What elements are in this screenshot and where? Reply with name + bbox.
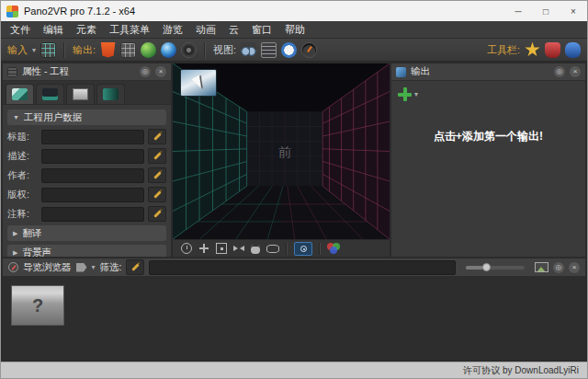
comment-input[interactable] (41, 207, 144, 222)
patch-output-icon[interactable] (120, 42, 136, 58)
output-body: ▾ 点击+添加第一个输出! (391, 81, 585, 257)
web-output-icon[interactable] (100, 42, 116, 58)
filter-edit-button[interactable] (126, 259, 144, 275)
find-view-icon[interactable] (241, 42, 256, 58)
menu-item-file[interactable]: 文件 (4, 21, 37, 39)
titlebar[interactable]: Pano2VR pro 7.1.2 - x64 ─ □ × (1, 1, 587, 21)
compass-icon (8, 262, 18, 272)
comment-edit-button[interactable] (148, 206, 166, 222)
output-panel-header: 输出 ◎ × (391, 63, 585, 81)
copyright-edit-button[interactable] (148, 187, 166, 202)
thumbnail-placeholder: ? (32, 295, 43, 316)
patch-icon[interactable] (216, 243, 227, 254)
description-input[interactable] (41, 149, 144, 164)
add-point-icon[interactable] (198, 243, 209, 254)
crosshair-mode-button[interactable] (294, 242, 312, 256)
menu-item-elements[interactable]: 元素 (70, 21, 103, 39)
google-earth-output-icon[interactable] (161, 42, 176, 58)
app-window: Pano2VR pro 7.1.2 - x64 ─ □ × 文件 编辑 元素 工… (0, 0, 588, 379)
title-input[interactable] (41, 130, 144, 144)
author-label: 作者: (7, 169, 38, 182)
menubar: 文件 编辑 元素 工具菜单 游览 动画 云 窗口 帮助 (1, 21, 587, 39)
panel-close-icon[interactable]: × (155, 66, 166, 77)
viewer-toolbar (173, 239, 390, 257)
speed-icon[interactable] (181, 243, 192, 254)
crosshair-icon (300, 246, 307, 252)
field-row-description: 描述: (7, 148, 166, 164)
panorama-mode-icon[interactable] (266, 245, 279, 253)
chevron-right-icon: ▶ (13, 249, 17, 257)
tab-wide[interactable] (96, 84, 125, 104)
notes-view-icon[interactable] (261, 42, 277, 58)
description-label: 描述: (7, 150, 38, 163)
menu-item-help[interactable]: 帮助 (278, 21, 311, 39)
components-tool-icon[interactable] (525, 42, 540, 58)
pencil-icon (153, 152, 161, 159)
panel-pin-icon[interactable]: ◎ (140, 66, 151, 77)
time-view-icon[interactable] (281, 42, 297, 58)
blue-panorama-tool-icon[interactable] (565, 42, 581, 58)
menu-item-edit[interactable]: 编辑 (37, 21, 70, 39)
menu-item-tools-menu[interactable]: 工具菜单 (103, 21, 156, 39)
output-panel: 输出 ◎ × ▾ 点击+添加第一个输出! (391, 63, 585, 257)
zoom-slider[interactable] (466, 266, 525, 270)
add-output-button[interactable]: ▾ (398, 87, 418, 101)
tab-panorama[interactable] (6, 84, 34, 104)
panel-close-icon[interactable]: × (569, 262, 580, 273)
viewer-toolbar-separator (319, 243, 321, 255)
menu-item-animation[interactable]: 动画 (189, 21, 222, 39)
minimize-button[interactable]: ─ (504, 1, 532, 21)
video-output-icon[interactable] (181, 42, 197, 58)
title-edit-button[interactable] (148, 129, 166, 144)
transform-input-icon[interactable] (40, 42, 56, 58)
menu-item-cloud[interactable]: 云 (222, 21, 245, 39)
front-face-label: 前 (278, 144, 292, 158)
tour-browser-content: ? (3, 277, 585, 360)
caret-down-icon[interactable]: ▾ (92, 263, 96, 271)
red-panorama-tool-icon[interactable] (545, 42, 560, 58)
translation-section-label: 翻译 (22, 227, 41, 240)
strip-tab-icon (42, 88, 58, 100)
panel-close-icon[interactable]: × (570, 66, 581, 77)
user-data-section-header[interactable]: ▼ 工程用户数据 (7, 109, 166, 125)
chevron-down-icon: ▼ (13, 114, 19, 121)
output-icon (396, 67, 406, 77)
properties-icon (7, 67, 17, 77)
thumbnail-view-icon[interactable] (535, 262, 548, 272)
author-edit-button[interactable] (148, 167, 166, 183)
viewer-thumbnail[interactable] (180, 69, 217, 97)
speed-view-icon[interactable] (301, 42, 317, 58)
title-label: 标题: (7, 131, 38, 144)
panel-pin-icon[interactable]: ◎ (553, 262, 564, 273)
panel-pin-icon[interactable]: ◎ (554, 66, 565, 77)
input-dropdown-label[interactable]: 输入 (7, 43, 28, 57)
copyright-label: 版权: (7, 189, 38, 201)
panorama-viewer[interactable]: 前 (173, 63, 390, 239)
tag-filter-icon[interactable] (76, 263, 87, 272)
field-row-copyright: 版权: (7, 187, 166, 202)
caret-down-icon[interactable]: ▾ (32, 46, 36, 54)
close-button[interactable]: × (560, 1, 587, 21)
wide-tab-icon (103, 88, 119, 100)
translation-section-header[interactable]: ▶ 翻译 (7, 225, 166, 241)
tour-output-icon[interactable] (141, 42, 156, 58)
tour-browser-title: 导览浏览器 (23, 261, 72, 274)
author-input[interactable] (41, 168, 144, 183)
menu-item-tour[interactable]: 游览 (156, 21, 189, 39)
description-edit-button[interactable] (148, 148, 166, 164)
hand-pan-icon[interactable] (251, 245, 260, 254)
pencil-icon (153, 171, 161, 178)
field-row-title: 标题: (7, 129, 166, 144)
node-link-icon[interactable] (233, 243, 244, 254)
copyright-input[interactable] (41, 188, 144, 202)
color-wheel-icon[interactable] (327, 243, 342, 254)
tab-strip[interactable] (36, 84, 64, 104)
zoom-slider-handle[interactable] (482, 263, 491, 271)
tab-screen[interactable] (66, 84, 95, 104)
panorama-thumbnail[interactable]: ? (11, 285, 64, 326)
pencil-icon (153, 190, 161, 198)
maximize-button[interactable]: □ (532, 1, 560, 21)
filter-input[interactable] (149, 260, 456, 275)
menu-item-window[interactable]: 窗口 (245, 21, 278, 39)
pencil-icon (153, 132, 161, 140)
